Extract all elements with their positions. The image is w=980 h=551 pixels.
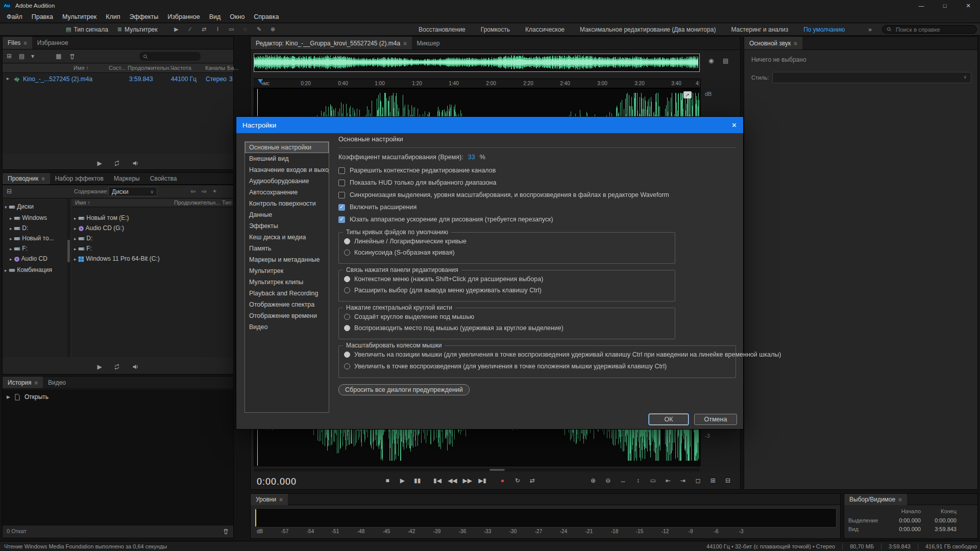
panel-menu-icon[interactable]: ≡ bbox=[403, 40, 406, 46]
tab-essential-sound[interactable]: Основной звук ≡ bbox=[744, 37, 802, 49]
category-control-surface[interactable]: Контроль поверхности bbox=[245, 198, 329, 209]
panel-menu-icon[interactable]: ≡ bbox=[23, 40, 27, 46]
stop-button[interactable]: ■ bbox=[381, 477, 394, 484]
maximize-button[interactable]: □ bbox=[933, 0, 957, 11]
checkbox[interactable] bbox=[338, 180, 345, 186]
list-item[interactable]: ▸ Windows 11 Pro 64-Bit (C:) bbox=[74, 255, 160, 262]
panel-menu-icon[interactable]: ≡ bbox=[35, 380, 38, 386]
expander-icon[interactable]: ▸ bbox=[10, 257, 12, 262]
dialog-titlebar[interactable]: Настройки ✕ bbox=[236, 117, 743, 133]
selection-start-value[interactable]: 0:00.000 bbox=[890, 517, 921, 523]
column-channels[interactable]: Каналы bbox=[205, 65, 225, 71]
tab-markers[interactable]: Маркеры bbox=[109, 173, 145, 184]
menu-help[interactable]: Справка bbox=[249, 13, 283, 20]
expander-icon[interactable]: ▸ bbox=[7, 76, 9, 81]
radio-row-play-under-mouse[interactable]: Воспроизводить место под мышью (удержива… bbox=[344, 324, 564, 332]
ok-button[interactable]: ОК bbox=[649, 414, 689, 425]
view-end-value[interactable]: 3:59.843 bbox=[926, 526, 957, 532]
preview-play-icon[interactable]: ▶ bbox=[97, 160, 102, 167]
zoom-selection-left-button[interactable]: ⇤ bbox=[662, 477, 675, 484]
expander-icon[interactable]: ▸ bbox=[74, 226, 77, 231]
lasso-selection-tool[interactable]: ◌ bbox=[239, 26, 252, 33]
help-search-box[interactable] bbox=[882, 25, 977, 34]
zoom-factor-value[interactable]: 33 bbox=[468, 154, 475, 161]
expander-icon[interactable]: ▸ bbox=[74, 216, 77, 221]
tab-levels[interactable]: Уровни ≡ bbox=[251, 494, 288, 505]
checkbox[interactable] bbox=[338, 204, 345, 211]
expander-icon[interactable]: ▸ bbox=[10, 216, 12, 221]
radio-row-cosine-curve[interactable]: Косинусоида (S-образная кривая) bbox=[344, 249, 455, 256]
zoom-out-time-button[interactable]: ↕ bbox=[631, 477, 645, 484]
level-meter[interactable] bbox=[254, 508, 837, 528]
category-spectral-display[interactable]: Отображение спектра bbox=[245, 299, 329, 310]
open-file-icon[interactable]: ▤ bbox=[19, 53, 24, 60]
radio-row-extend-selection[interactable]: Расширить выбор (для вывода меню удержив… bbox=[344, 287, 542, 294]
overview-options-icon[interactable]: ▤ bbox=[723, 57, 728, 64]
list-item[interactable]: ▸ D: bbox=[74, 235, 92, 242]
help-search-input[interactable] bbox=[895, 26, 972, 33]
expander-icon[interactable]: ▸ bbox=[10, 246, 12, 252]
column-duration[interactable]: Продолжительн... bbox=[174, 199, 220, 206]
zoom-in-amplitude-button[interactable]: ⊞ bbox=[706, 477, 720, 484]
fast-forward-button[interactable]: ▶▶ bbox=[461, 477, 474, 484]
category-multitrack-clips[interactable]: Мультитрек клипы bbox=[245, 277, 329, 288]
radio-button[interactable] bbox=[344, 325, 350, 331]
tree-item[interactable]: ▸ D: bbox=[10, 224, 28, 232]
tab-properties[interactable]: Свойства bbox=[145, 173, 182, 184]
radio-row-linear-curves[interactable]: Линейные / Логарифмические кривые bbox=[344, 238, 467, 245]
category-audio-hardware[interactable]: Аудиооборудование bbox=[245, 176, 329, 187]
category-appearance[interactable]: Внешний вид bbox=[245, 153, 329, 164]
workspace-max-editing[interactable]: Максимальное редактирование (Два монитор… bbox=[580, 26, 716, 33]
time-display[interactable]: 0:00.000 bbox=[257, 477, 297, 487]
import-file-icon[interactable]: ⊞ bbox=[7, 53, 12, 60]
waveform-view-button[interactable]: ▤ Тип сигнала bbox=[61, 23, 113, 35]
tree-root-drives[interactable]: ▾ Диски bbox=[5, 203, 34, 210]
waveform-overview[interactable] bbox=[254, 54, 700, 72]
radio-button[interactable] bbox=[344, 238, 350, 244]
files-search-input[interactable] bbox=[151, 53, 197, 60]
record-button[interactable]: ● bbox=[496, 477, 509, 484]
tab-favorites[interactable]: Избранное bbox=[32, 37, 74, 49]
minimize-button[interactable]: — bbox=[910, 0, 933, 11]
add-shortcut-icon[interactable]: + bbox=[213, 188, 216, 195]
checkbox-row-sync-selection[interactable]: Синхронизация выделения, уровня масштаби… bbox=[338, 191, 669, 198]
list-item[interactable]: ▸ Audio CD (G:) bbox=[74, 224, 124, 232]
skip-to-start-button[interactable]: ▮◀ bbox=[431, 477, 444, 484]
zoom-to-selection-button[interactable]: ▭ bbox=[646, 477, 659, 484]
category-channel-mapping[interactable]: Назначение входов и выходов bbox=[245, 164, 329, 176]
pause-button[interactable]: ▮▮ bbox=[411, 477, 424, 484]
panel-menu-icon[interactable]: ≡ bbox=[279, 496, 282, 503]
speaker-icon[interactable] bbox=[132, 160, 139, 167]
category-auto-save[interactable]: Автосохранение bbox=[245, 187, 329, 198]
back-icon[interactable]: ⇦ bbox=[190, 188, 195, 195]
overview-zoom-icon[interactable]: ◉ bbox=[708, 57, 714, 64]
radio-button[interactable] bbox=[344, 352, 350, 358]
panel-menu-icon[interactable]: ≡ bbox=[898, 496, 901, 503]
tab-mixer[interactable]: Микшер bbox=[412, 37, 445, 49]
speaker-icon[interactable] bbox=[132, 363, 139, 370]
tab-files[interactable]: Files ≡ bbox=[3, 37, 32, 49]
move-tool[interactable]: ▶ bbox=[170, 26, 183, 33]
dropdown-icon[interactable]: ▾ bbox=[31, 53, 34, 60]
category-playback-recording[interactable]: Playback and Recording bbox=[245, 288, 329, 299]
column-bits[interactable]: Ба... bbox=[227, 65, 239, 71]
category-markers-metadata[interactable]: Маркеры и метаданные bbox=[245, 254, 329, 265]
category-data[interactable]: Данные bbox=[245, 209, 329, 220]
menu-multitrack[interactable]: Мультитрек bbox=[58, 13, 101, 20]
checkbox-row-contextual-editing[interactable]: Разрешить контекстное редактирование кан… bbox=[338, 167, 496, 174]
tab-video[interactable]: Видео bbox=[43, 377, 71, 388]
radio-button[interactable] bbox=[344, 363, 350, 369]
column-state[interactable]: Сост... bbox=[109, 65, 126, 71]
category-multitrack[interactable]: Мультитрек bbox=[245, 265, 329, 277]
category-video[interactable]: Видео bbox=[245, 321, 329, 333]
zoom-in-time-button[interactable]: ↔ bbox=[617, 477, 630, 484]
tree-root-combination[interactable]: ▸ Комбинация bbox=[5, 266, 52, 273]
list-item[interactable]: ▸ Новый том (E:) bbox=[74, 214, 129, 221]
workspace-overflow-button[interactable]: » bbox=[868, 26, 872, 33]
tab-media-browser[interactable]: Проводник ≡ bbox=[3, 173, 50, 184]
category-media-disk-cache[interactable]: Кеш диска и медиа bbox=[245, 232, 329, 243]
menu-view[interactable]: Вид bbox=[205, 13, 226, 20]
delete-icon[interactable] bbox=[69, 53, 76, 60]
zoom-out-button[interactable]: ⊖ bbox=[601, 477, 615, 484]
panel-options-icon[interactable]: ⊟ bbox=[7, 188, 12, 195]
